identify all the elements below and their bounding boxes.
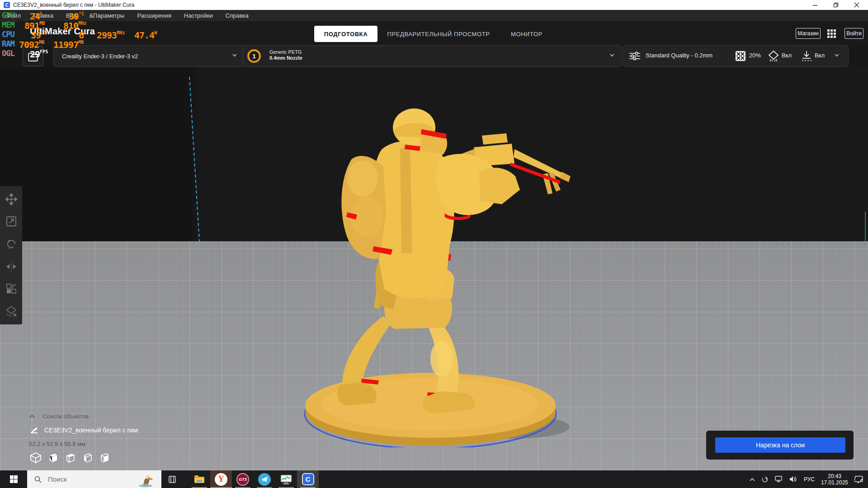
taskbar-cura[interactable]: C	[297, 470, 319, 488]
tray-time: 20:43	[821, 473, 848, 479]
view-left-icon[interactable]	[81, 452, 93, 464]
model-name: CE3E3V2_военный берил с пкм	[44, 427, 138, 434]
collapse-chevron-icon	[29, 414, 35, 418]
task-view-button[interactable]	[161, 470, 183, 488]
object-list-header[interactable]: Список объектов	[29, 413, 89, 420]
slice-panel: Нарезка на слои	[706, 431, 854, 460]
tray-sync-icon[interactable]	[761, 476, 769, 483]
tray-expand-chevron-icon[interactable]	[750, 478, 755, 481]
tray-date: 17.01.2025	[821, 479, 848, 486]
search-icon	[34, 476, 42, 483]
scale-tool-icon[interactable]	[2, 212, 20, 230]
support-blocker-icon[interactable]	[2, 302, 20, 320]
gt3-app-icon: GT3	[236, 473, 249, 486]
view-3d-icon[interactable]	[30, 452, 42, 464]
view-top-icon[interactable]	[64, 452, 76, 464]
windows-logo-icon	[10, 475, 18, 483]
taskbar-yandex-browser[interactable]: Y	[210, 470, 232, 488]
file-explorer-icon	[194, 475, 205, 483]
object-list-title: Список объектов	[42, 413, 89, 420]
taskbar-telegram[interactable]	[254, 470, 275, 488]
slice-button-label: Нарезка на слои	[756, 441, 805, 449]
start-button[interactable]	[0, 470, 27, 488]
view-cube-row	[30, 452, 110, 464]
left-toolbar	[0, 186, 22, 324]
clock[interactable]: 20:43 17.01.2025	[821, 473, 848, 486]
model-3d[interactable]	[294, 104, 583, 447]
taskbar: Y GT3 C	[0, 470, 868, 488]
taskbar-explorer[interactable]	[189, 470, 210, 488]
volume-icon[interactable]	[789, 476, 797, 483]
notification-center-icon[interactable]	[854, 475, 863, 483]
language-indicator[interactable]: РУС	[804, 476, 815, 483]
taskbar-search[interactable]	[27, 470, 161, 488]
msi-afterburner-icon	[280, 474, 292, 485]
per-model-settings-icon[interactable]	[2, 280, 20, 298]
search-input[interactable]	[47, 475, 117, 483]
mirror-tool-icon[interactable]	[2, 258, 20, 276]
object-list-item[interactable]: CE3E3V2_военный берил с пкм	[30, 427, 138, 434]
telegram-icon	[258, 473, 271, 486]
view-right-icon[interactable]	[99, 452, 110, 464]
rotate-tool-icon[interactable]	[2, 235, 20, 253]
taskbar-msi-afterburner[interactable]	[275, 470, 297, 488]
model-dimensions: 52.2 x 52.9 x 55.9 мм	[29, 441, 85, 447]
task-view-icon	[168, 475, 176, 483]
network-icon[interactable]	[775, 476, 783, 483]
slice-button[interactable]: Нарезка на слои	[715, 437, 845, 453]
pelican-image	[138, 474, 153, 487]
taskbar-gt3-app[interactable]: GT3	[232, 470, 254, 488]
yandex-browser-icon: Y	[215, 473, 227, 486]
cura-taskbar-icon: C	[302, 473, 314, 485]
solid-view-icon	[30, 427, 38, 434]
move-tool-icon[interactable]	[2, 190, 20, 208]
view-front-icon[interactable]	[47, 452, 59, 464]
